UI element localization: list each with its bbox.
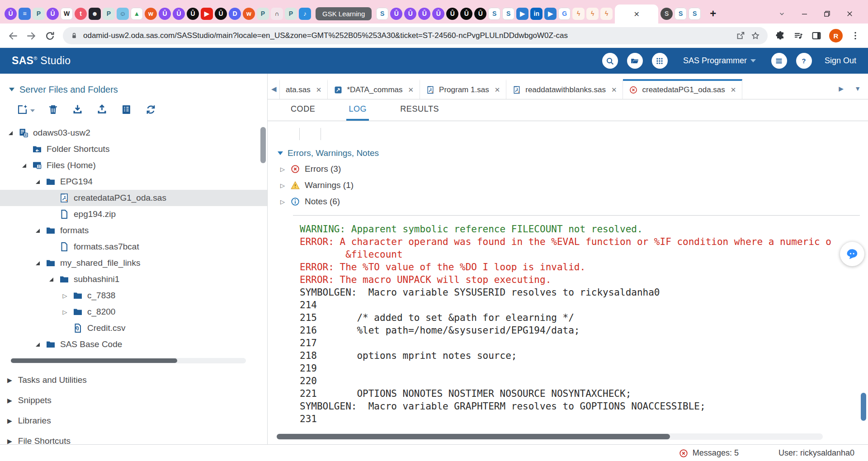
tab-group-label[interactable]: GSK Learning: [316, 7, 372, 20]
delete-button[interactable]: [47, 103, 59, 118]
playlist-icon[interactable]: [793, 30, 804, 41]
tree-item-epg194[interactable]: EPG194: [0, 174, 267, 190]
orange-pinned-tab[interactable]: w: [243, 8, 255, 20]
role-menu[interactable]: SAS Programmer: [683, 56, 756, 66]
messages-node-warnings-1-[interactable]: ▷Warnings (1): [278, 177, 868, 193]
active-browser-tab[interactable]: ✕: [615, 5, 658, 24]
udemy-pinned-tab[interactable]: Û: [173, 8, 185, 20]
black-pinned-tab[interactable]: Û: [460, 8, 472, 20]
bookmark-star-icon[interactable]: [750, 31, 760, 41]
expanded-icon[interactable]: [34, 229, 41, 233]
upload-button[interactable]: [96, 103, 108, 118]
tree-item-odaws03-usw2[interactable]: odaws03-usw2: [0, 125, 267, 141]
collapsed-icon[interactable]: ▷: [61, 309, 68, 315]
collapsed-icon[interactable]: ▷: [280, 182, 286, 189]
video-pinned-tab[interactable]: ▶: [516, 8, 528, 20]
manga-pinned-tab[interactable]: ☻: [89, 8, 101, 20]
doc-tab-readdatawithblanks-sas[interactable]: readdatawithblanks.sas✕: [506, 79, 623, 99]
close-icon[interactable]: ✕: [495, 86, 500, 94]
browser-menu-icon[interactable]: [850, 30, 861, 41]
flow-pinned-tab[interactable]: ϟ: [600, 8, 613, 20]
sas-pinned-tab[interactable]: S: [675, 8, 687, 20]
tree-item-formats-sas7bcat[interactable]: formats.sas7bcat: [0, 239, 267, 255]
flow-pinned-tab[interactable]: ϟ: [572, 8, 585, 20]
view-tab-code[interactable]: CODE: [288, 99, 317, 121]
tree-item-c-7838[interactable]: ▷c_7838: [0, 287, 267, 304]
collapsed-icon[interactable]: ▷: [61, 292, 68, 299]
udemy-pinned-tab[interactable]: Û: [390, 8, 402, 20]
new-item-button[interactable]: [16, 103, 35, 118]
tree-item-c-8200[interactable]: ▷c_8200: [0, 304, 267, 320]
tree-item-subhashini1[interactable]: subhashini1: [0, 271, 267, 287]
new-tab-button[interactable]: +: [706, 7, 720, 20]
doc-tab-ata-sas[interactable]: ata.sas✕: [279, 79, 328, 99]
close-icon[interactable]: ✕: [611, 86, 617, 94]
globe-pinned-tab[interactable]: S: [660, 8, 673, 20]
udemy-pinned-tab[interactable]: Û: [47, 8, 59, 20]
reload-icon[interactable]: [44, 30, 56, 42]
share-icon[interactable]: [736, 31, 745, 41]
tumblr-pinned-tab[interactable]: t: [75, 8, 87, 20]
doc-tab-program-1-sas[interactable]: Program 1.sas✕: [420, 79, 506, 99]
wikipedia-pinned-tab[interactable]: W: [61, 8, 73, 20]
sidebar-horizontal-scrollbar[interactable]: [11, 358, 246, 363]
linkedin-pinned-tab[interactable]: in: [530, 8, 542, 20]
sign-out-button[interactable]: Sign Out: [825, 56, 856, 66]
chat-widget-button[interactable]: [840, 242, 864, 266]
extensions-icon[interactable]: [775, 30, 786, 41]
sidebar-section-file-shortcuts[interactable]: ▶File Shortcuts: [0, 431, 267, 444]
postgres-pinned-tab[interactable]: P: [33, 8, 45, 20]
udemy-dark-pinned-tab[interactable]: Û: [215, 8, 227, 20]
sidebar-vscroll-thumb[interactable]: [260, 127, 266, 163]
section-server-files[interactable]: Server Files and Folders: [0, 83, 267, 96]
restore-icon[interactable]: [818, 7, 835, 20]
udemy-pinned-tab[interactable]: Û: [432, 8, 444, 20]
youtube-pinned-tab[interactable]: ▶: [201, 8, 213, 20]
udemy-pinned-tab[interactable]: Û: [404, 8, 416, 20]
messages-node-errors-3-[interactable]: ▷Errors (3): [278, 161, 868, 177]
discord-pinned-tab[interactable]: D: [229, 8, 241, 20]
sas-pinned-tab[interactable]: S: [502, 8, 514, 20]
sidebar-hscroll-thumb[interactable]: [11, 358, 177, 363]
udemy-pinned-tab[interactable]: Û: [159, 8, 171, 20]
expanded-icon[interactable]: [48, 278, 55, 282]
tree-item-folder-shortcuts[interactable]: Folder Shortcuts: [0, 141, 267, 157]
postgres-pinned-tab[interactable]: P: [103, 8, 115, 20]
tab-list-icon[interactable]: ▼: [854, 85, 861, 92]
messages-status[interactable]: Messages: 5: [679, 448, 739, 458]
minimize-icon[interactable]: [796, 7, 813, 20]
video-pinned-tab[interactable]: ▶: [544, 8, 557, 20]
open-folder-icon[interactable]: [627, 53, 643, 69]
main-menu-icon[interactable]: [771, 53, 787, 69]
sidebar-section-tasks-and-utilities[interactable]: ▶Tasks and Utilities: [0, 370, 267, 390]
errors-warnings-notes-node[interactable]: Errors, Warnings, Notes: [278, 146, 868, 161]
side-panel-icon[interactable]: [811, 30, 822, 41]
black-pinned-tab[interactable]: Û: [474, 8, 486, 20]
doc-tab--data-commas[interactable]: *DATA_commas✕: [328, 79, 420, 99]
messages-node-notes-6-[interactable]: ▷Notes (6): [278, 193, 868, 210]
profile-avatar[interactable]: R: [829, 29, 843, 42]
udemy-pinned-tab[interactable]: Û: [5, 8, 17, 20]
expanded-icon[interactable]: [34, 343, 41, 347]
sas-pinned-tab[interactable]: S: [689, 8, 701, 20]
close-window-icon[interactable]: [841, 7, 858, 20]
tree-item-credit-csv[interactable]: Credit.csv: [0, 320, 267, 336]
close-icon[interactable]: ✕: [408, 86, 414, 94]
refresh-button[interactable]: [145, 103, 157, 118]
close-tab-icon[interactable]: ✕: [634, 10, 640, 19]
search-icon[interactable]: [602, 53, 618, 69]
notes-pinned-tab[interactable]: ≡: [19, 8, 31, 20]
address-bar[interactable]: odamid-usw2.oda.sas.com/SASStudio/main?l…: [63, 27, 768, 44]
view-tab-log[interactable]: LOG: [346, 99, 369, 121]
google-pinned-tab[interactable]: G: [558, 8, 571, 20]
log-hscroll-thumb[interactable]: [277, 434, 670, 439]
headphones-pinned-tab[interactable]: ∩: [271, 8, 283, 20]
expanded-icon[interactable]: [34, 261, 41, 265]
sas-pinned-tab[interactable]: S: [376, 8, 388, 20]
back-icon[interactable]: [7, 30, 19, 42]
apps-grid-icon[interactable]: [652, 53, 668, 69]
udemy-pinned-tab[interactable]: Û: [418, 8, 430, 20]
tree-item-files-home-[interactable]: Files (Home): [0, 157, 267, 174]
drive-pinned-tab[interactable]: ▲: [131, 8, 143, 20]
collapsed-icon[interactable]: ▷: [280, 166, 286, 173]
